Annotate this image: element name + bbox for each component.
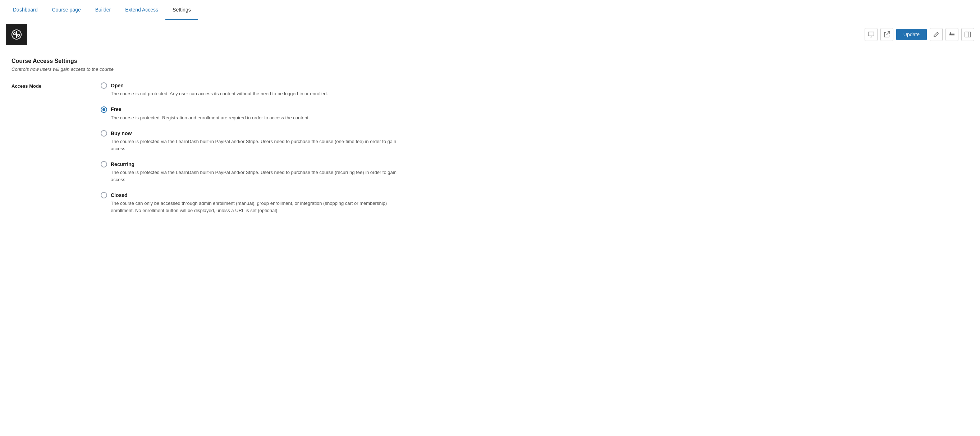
toolbar-left	[6, 24, 27, 45]
external-link-button[interactable]	[880, 28, 893, 41]
option-label-closed: Closed	[111, 192, 127, 198]
option-label-open: Open	[111, 83, 124, 88]
option-desc-closed: The course can only be accessed through …	[101, 200, 410, 214]
list-view-button[interactable]	[945, 28, 958, 41]
option-item-closed: ClosedThe course can only be accessed th…	[101, 192, 969, 214]
radio-closed[interactable]	[101, 192, 107, 199]
option-header-closed[interactable]: Closed	[101, 192, 969, 199]
option-item-recurring: RecurringThe course is protected via the…	[101, 161, 969, 183]
radio-recurring[interactable]	[101, 161, 107, 167]
option-header-free[interactable]: Free	[101, 106, 969, 113]
section-title: Course Access Settings	[11, 58, 969, 64]
nav-tab-dashboard[interactable]: Dashboard	[6, 0, 45, 20]
option-label-free: Free	[111, 107, 121, 112]
option-item-buy-now: Buy nowThe course is protected via the L…	[101, 130, 969, 152]
edit-button[interactable]	[930, 28, 943, 41]
option-desc-buy-now: The course is protected via the LearnDas…	[101, 138, 410, 152]
option-item-free: FreeThe course is protected. Registratio…	[101, 106, 969, 121]
option-desc-recurring: The course is protected via the LearnDas…	[101, 169, 410, 183]
nav-tab-course-page[interactable]: Course page	[45, 0, 88, 20]
option-header-recurring[interactable]: Recurring	[101, 161, 969, 167]
option-header-open[interactable]: Open	[101, 82, 969, 89]
option-desc-free: The course is protected. Registration an…	[101, 114, 410, 121]
option-header-buy-now[interactable]: Buy now	[101, 130, 969, 137]
toolbar: Update	[0, 20, 980, 49]
nav-tab-extend-access[interactable]: Extend Access	[118, 0, 165, 20]
toolbar-right: Update	[865, 28, 974, 41]
nav-tab-builder[interactable]: Builder	[88, 0, 118, 20]
update-button[interactable]: Update	[896, 29, 927, 40]
option-item-open: OpenThe course is not protected. Any use…	[101, 82, 969, 97]
svg-rect-1	[868, 32, 874, 36]
wp-logo	[6, 24, 27, 45]
nav-tab-settings[interactable]: Settings	[165, 0, 198, 20]
top-nav: DashboardCourse pageBuilderExtend Access…	[0, 0, 980, 20]
option-label-recurring: Recurring	[111, 161, 134, 167]
radio-open[interactable]	[101, 82, 107, 89]
settings-row: Access Mode OpenThe course is not protec…	[11, 82, 969, 214]
option-desc-open: The course is not protected. Any user ca…	[101, 90, 410, 97]
desktop-view-button[interactable]	[865, 28, 878, 41]
section-subtitle: Controls how users will gain access to t…	[11, 67, 969, 72]
access-mode-label: Access Mode	[11, 82, 83, 214]
radio-free[interactable]	[101, 107, 107, 113]
option-label-buy-now: Buy now	[111, 130, 132, 136]
radio-buy-now[interactable]	[101, 130, 107, 137]
access-mode-options: OpenThe course is not protected. Any use…	[101, 82, 969, 214]
main-content: Course Access Settings Controls how user…	[0, 49, 980, 223]
svg-rect-10	[965, 32, 970, 37]
sidebar-toggle-button[interactable]	[961, 28, 974, 41]
svg-line-4	[886, 32, 890, 35]
